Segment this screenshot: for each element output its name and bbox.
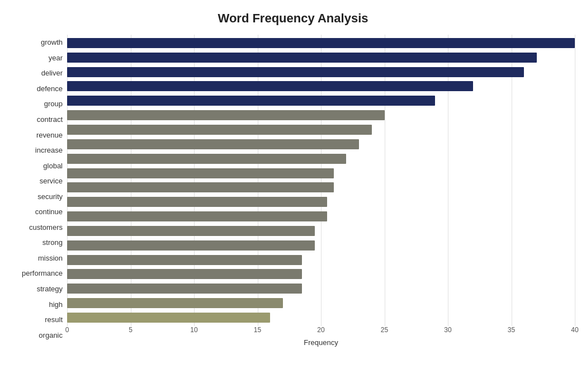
y-axis-label: group (44, 100, 63, 107)
x-tick: 10 (190, 326, 197, 334)
bar-row (67, 195, 575, 209)
bar-defence (67, 81, 473, 91)
bar-global (67, 154, 346, 164)
bar-group (67, 96, 435, 106)
bar-strategy (67, 269, 302, 279)
bar-row (67, 122, 575, 137)
y-axis-label: customers (29, 224, 63, 231)
y-axis-label: mission (38, 254, 63, 262)
bar-row (67, 296, 575, 310)
x-tick: 40 (571, 326, 578, 334)
y-axis-label: organic (39, 332, 63, 339)
y-axis-label: year (49, 54, 63, 62)
bar-year (67, 53, 537, 63)
bar-service (67, 168, 334, 178)
x-tick: 5 (129, 326, 133, 334)
bar-row (67, 180, 575, 195)
bar-row (67, 166, 575, 181)
bar-row (67, 65, 575, 79)
y-axis-label: defence (37, 85, 63, 92)
grid-line (575, 35, 575, 326)
x-tick: 35 (508, 326, 515, 334)
y-axis-label: result (45, 316, 63, 323)
bar-security (67, 182, 334, 192)
bar-increase (67, 139, 359, 149)
y-axis-label: service (40, 177, 63, 185)
bars-container (67, 35, 575, 326)
y-axis-label: performance (22, 270, 63, 277)
bar-row (67, 209, 575, 224)
x-axis-container: 0510152025303540 Frequency (67, 326, 575, 343)
bar-performance (67, 255, 302, 265)
y-axis: growthyeardeliverdefencegroupcontractrev… (11, 35, 67, 343)
bar-high (67, 284, 302, 294)
y-axis-label: revenue (36, 131, 63, 139)
x-tick: 0 (65, 326, 69, 334)
x-axis-label: Frequency (67, 338, 575, 347)
bar-row (67, 267, 575, 282)
bar-row (67, 238, 575, 253)
bar-row (67, 224, 575, 238)
grid-and-bars (67, 35, 575, 326)
y-axis-label: contract (37, 116, 63, 123)
bar-row (67, 137, 575, 152)
bar-organic (67, 313, 270, 323)
bar-revenue (67, 125, 372, 135)
y-axis-label: strong (42, 239, 63, 246)
bar-contract (67, 110, 385, 120)
y-axis-label: strategy (37, 285, 63, 292)
x-tick: 20 (317, 326, 324, 334)
bar-mission (67, 240, 315, 251)
bar-row (67, 79, 575, 94)
bar-row (67, 93, 575, 108)
bar-row (67, 152, 575, 166)
x-tick: 25 (381, 326, 388, 334)
plot-area: 0510152025303540 Frequency (67, 35, 575, 343)
x-tick: 15 (254, 326, 261, 334)
bar-row (67, 36, 575, 50)
y-axis-label: increase (35, 147, 63, 154)
bar-growth (67, 38, 575, 48)
bar-row (67, 281, 575, 296)
bar-result (67, 298, 283, 308)
chart-title: Word Frequency Analysis (11, 11, 575, 26)
y-axis-label: security (37, 193, 63, 200)
y-axis-label: deliver (41, 69, 63, 77)
bar-customers (67, 211, 327, 221)
chart-area: growthyeardeliverdefencegroupcontractrev… (11, 35, 575, 343)
bar-continue (67, 197, 327, 207)
bar-strong (67, 226, 315, 236)
chart-container: Word Frequency Analysis growthyeardelive… (0, 0, 586, 392)
bar-row (67, 108, 575, 122)
bar-row (67, 310, 575, 325)
y-axis-label: high (49, 301, 63, 308)
y-axis-label: growth (41, 39, 63, 46)
bar-deliver (67, 67, 524, 77)
y-axis-label: continue (35, 208, 63, 215)
x-tick: 30 (444, 326, 451, 334)
y-axis-label: global (43, 162, 63, 169)
bar-row (67, 50, 575, 65)
bar-row (67, 253, 575, 267)
